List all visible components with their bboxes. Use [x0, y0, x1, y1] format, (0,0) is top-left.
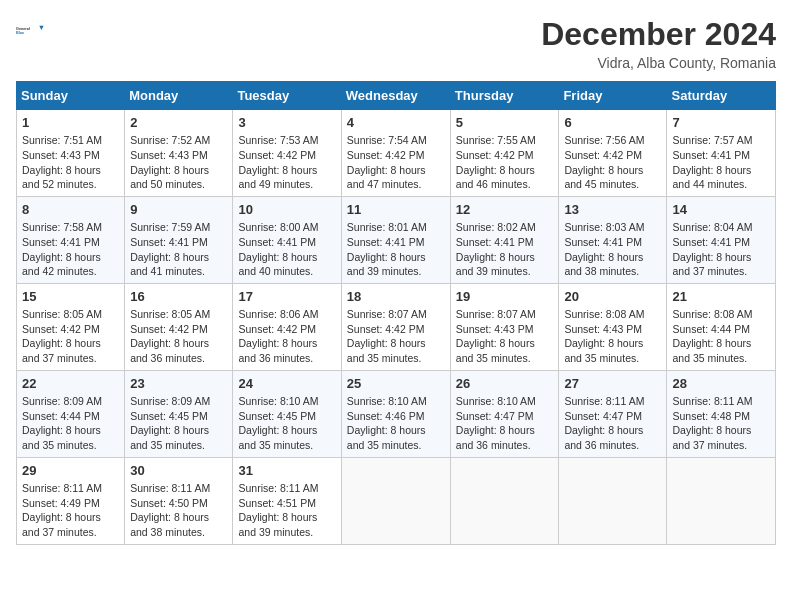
calendar-cell: 28 Sunrise: 8:11 AM Sunset: 4:48 PM Dayl… — [667, 370, 776, 457]
sunset-label: Sunset: 4:42 PM — [564, 149, 642, 161]
sunrise-label: Sunrise: 8:08 AM — [672, 308, 752, 320]
calendar-cell: 11 Sunrise: 8:01 AM Sunset: 4:41 PM Dayl… — [341, 196, 450, 283]
sunrise-label: Sunrise: 8:09 AM — [130, 395, 210, 407]
daylight-label: Daylight: 8 hours and 44 minutes. — [672, 164, 751, 191]
sunset-label: Sunset: 4:44 PM — [22, 410, 100, 422]
daylight-label: Daylight: 8 hours and 52 minutes. — [22, 164, 101, 191]
day-number: 12 — [456, 201, 554, 219]
sunrise-label: Sunrise: 7:51 AM — [22, 134, 102, 146]
sunrise-label: Sunrise: 8:11 AM — [22, 482, 102, 494]
sunset-label: Sunset: 4:48 PM — [672, 410, 750, 422]
sunrise-label: Sunrise: 8:11 AM — [564, 395, 644, 407]
calendar-cell: 13 Sunrise: 8:03 AM Sunset: 4:41 PM Dayl… — [559, 196, 667, 283]
sunrise-label: Sunrise: 8:07 AM — [347, 308, 427, 320]
sunset-label: Sunset: 4:43 PM — [564, 323, 642, 335]
calendar-cell — [559, 457, 667, 544]
sunset-label: Sunset: 4:47 PM — [456, 410, 534, 422]
calendar-cell: 16 Sunrise: 8:05 AM Sunset: 4:42 PM Dayl… — [125, 283, 233, 370]
calendar-cell: 14 Sunrise: 8:04 AM Sunset: 4:41 PM Dayl… — [667, 196, 776, 283]
daylight-label: Daylight: 8 hours and 37 minutes. — [22, 337, 101, 364]
header-day-tuesday: Tuesday — [233, 82, 341, 110]
day-number: 16 — [130, 288, 227, 306]
subtitle: Vidra, Alba County, Romania — [541, 55, 776, 71]
sunrise-label: Sunrise: 8:03 AM — [564, 221, 644, 233]
daylight-label: Daylight: 8 hours and 39 minutes. — [456, 251, 535, 278]
sunset-label: Sunset: 4:49 PM — [22, 497, 100, 509]
sunrise-label: Sunrise: 8:11 AM — [130, 482, 210, 494]
calendar-cell: 19 Sunrise: 8:07 AM Sunset: 4:43 PM Dayl… — [450, 283, 559, 370]
daylight-label: Daylight: 8 hours and 37 minutes. — [672, 424, 751, 451]
sunset-label: Sunset: 4:41 PM — [130, 236, 208, 248]
sunset-label: Sunset: 4:43 PM — [130, 149, 208, 161]
calendar-cell: 26 Sunrise: 8:10 AM Sunset: 4:47 PM Dayl… — [450, 370, 559, 457]
daylight-label: Daylight: 8 hours and 35 minutes. — [347, 337, 426, 364]
calendar-cell: 30 Sunrise: 8:11 AM Sunset: 4:50 PM Dayl… — [125, 457, 233, 544]
sunset-label: Sunset: 4:42 PM — [238, 149, 316, 161]
calendar-cell: 6 Sunrise: 7:56 AM Sunset: 4:42 PM Dayli… — [559, 110, 667, 197]
calendar-cell: 31 Sunrise: 8:11 AM Sunset: 4:51 PM Dayl… — [233, 457, 341, 544]
day-number: 24 — [238, 375, 335, 393]
day-number: 27 — [564, 375, 661, 393]
daylight-label: Daylight: 8 hours and 45 minutes. — [564, 164, 643, 191]
day-number: 4 — [347, 114, 445, 132]
daylight-label: Daylight: 8 hours and 46 minutes. — [456, 164, 535, 191]
sunset-label: Sunset: 4:41 PM — [238, 236, 316, 248]
daylight-label: Daylight: 8 hours and 35 minutes. — [456, 337, 535, 364]
calendar-header-row: SundayMondayTuesdayWednesdayThursdayFrid… — [17, 82, 776, 110]
daylight-label: Daylight: 8 hours and 35 minutes. — [564, 337, 643, 364]
daylight-label: Daylight: 8 hours and 47 minutes. — [347, 164, 426, 191]
sunrise-label: Sunrise: 8:06 AM — [238, 308, 318, 320]
calendar-cell: 23 Sunrise: 8:09 AM Sunset: 4:45 PM Dayl… — [125, 370, 233, 457]
sunset-label: Sunset: 4:50 PM — [130, 497, 208, 509]
daylight-label: Daylight: 8 hours and 38 minutes. — [130, 511, 209, 538]
daylight-label: Daylight: 8 hours and 50 minutes. — [130, 164, 209, 191]
day-number: 1 — [22, 114, 119, 132]
calendar-cell — [341, 457, 450, 544]
header-day-wednesday: Wednesday — [341, 82, 450, 110]
calendar-cell: 5 Sunrise: 7:55 AM Sunset: 4:42 PM Dayli… — [450, 110, 559, 197]
calendar-cell: 12 Sunrise: 8:02 AM Sunset: 4:41 PM Dayl… — [450, 196, 559, 283]
daylight-label: Daylight: 8 hours and 35 minutes. — [672, 337, 751, 364]
day-number: 2 — [130, 114, 227, 132]
sunrise-label: Sunrise: 8:11 AM — [672, 395, 752, 407]
daylight-label: Daylight: 8 hours and 39 minutes. — [238, 511, 317, 538]
main-title: December 2024 — [541, 16, 776, 53]
daylight-label: Daylight: 8 hours and 40 minutes. — [238, 251, 317, 278]
daylight-label: Daylight: 8 hours and 42 minutes. — [22, 251, 101, 278]
calendar-cell: 17 Sunrise: 8:06 AM Sunset: 4:42 PM Dayl… — [233, 283, 341, 370]
sunrise-label: Sunrise: 8:11 AM — [238, 482, 318, 494]
header-day-friday: Friday — [559, 82, 667, 110]
sunset-label: Sunset: 4:42 PM — [130, 323, 208, 335]
daylight-label: Daylight: 8 hours and 38 minutes. — [564, 251, 643, 278]
header-day-sunday: Sunday — [17, 82, 125, 110]
calendar-week-1: 1 Sunrise: 7:51 AM Sunset: 4:43 PM Dayli… — [17, 110, 776, 197]
calendar-cell: 15 Sunrise: 8:05 AM Sunset: 4:42 PM Dayl… — [17, 283, 125, 370]
calendar-cell: 3 Sunrise: 7:53 AM Sunset: 4:42 PM Dayli… — [233, 110, 341, 197]
sunrise-label: Sunrise: 7:55 AM — [456, 134, 536, 146]
sunset-label: Sunset: 4:41 PM — [22, 236, 100, 248]
day-number: 14 — [672, 201, 770, 219]
title-area: December 2024 Vidra, Alba County, Romani… — [541, 16, 776, 71]
calendar-cell — [667, 457, 776, 544]
sunset-label: Sunset: 4:47 PM — [564, 410, 642, 422]
calendar-cell — [450, 457, 559, 544]
calendar-cell: 20 Sunrise: 8:08 AM Sunset: 4:43 PM Dayl… — [559, 283, 667, 370]
calendar-cell: 18 Sunrise: 8:07 AM Sunset: 4:42 PM Dayl… — [341, 283, 450, 370]
calendar-cell: 8 Sunrise: 7:58 AM Sunset: 4:41 PM Dayli… — [17, 196, 125, 283]
sunset-label: Sunset: 4:41 PM — [672, 149, 750, 161]
day-number: 21 — [672, 288, 770, 306]
calendar-week-3: 15 Sunrise: 8:05 AM Sunset: 4:42 PM Dayl… — [17, 283, 776, 370]
calendar-week-4: 22 Sunrise: 8:09 AM Sunset: 4:44 PM Dayl… — [17, 370, 776, 457]
daylight-label: Daylight: 8 hours and 35 minutes. — [130, 424, 209, 451]
sunset-label: Sunset: 4:45 PM — [130, 410, 208, 422]
day-number: 3 — [238, 114, 335, 132]
calendar-cell: 10 Sunrise: 8:00 AM Sunset: 4:41 PM Dayl… — [233, 196, 341, 283]
sunset-label: Sunset: 4:42 PM — [347, 149, 425, 161]
calendar-cell: 24 Sunrise: 8:10 AM Sunset: 4:45 PM Dayl… — [233, 370, 341, 457]
sunrise-label: Sunrise: 7:57 AM — [672, 134, 752, 146]
day-number: 9 — [130, 201, 227, 219]
svg-text:Blue: Blue — [16, 31, 24, 35]
daylight-label: Daylight: 8 hours and 36 minutes. — [564, 424, 643, 451]
sunrise-label: Sunrise: 7:54 AM — [347, 134, 427, 146]
daylight-label: Daylight: 8 hours and 35 minutes. — [238, 424, 317, 451]
